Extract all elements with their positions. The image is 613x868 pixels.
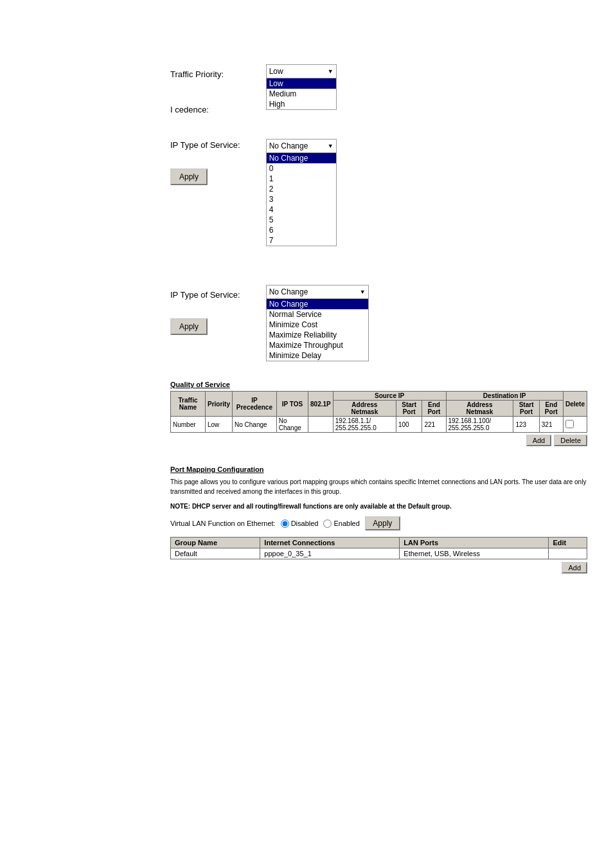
vlan-enabled-radio-group[interactable]: Enabled: [323, 520, 359, 528]
vlan-enabled-label: Enabled: [333, 520, 359, 527]
vlan-disabled-label: Disabled: [291, 520, 319, 527]
port-mapping-note: NOTE: DHCP server and all routing/firewa…: [170, 502, 587, 511]
apply-button-1[interactable]: Apply: [170, 168, 208, 185]
td-ip-tos: No Change: [276, 417, 308, 433]
ip-precedence-option-7[interactable]: 7: [267, 235, 336, 246]
traffic-priority-select[interactable]: Low ▼: [266, 64, 337, 78]
td-src-address: 192.168.1.1/ 255.255.255.0: [333, 417, 396, 433]
qos-section-title: Quality of Service: [170, 381, 587, 388]
vlan-disabled-radio[interactable]: [281, 520, 289, 528]
ip-tos-option-maxrel[interactable]: Maximize Reliability: [267, 330, 368, 340]
traffic-priority-arrow: ▼: [328, 68, 333, 75]
th-802-1p: 802.1P: [308, 392, 333, 417]
vlan-disabled-radio-group[interactable]: Disabled: [281, 520, 319, 528]
vlan-row: Virtual LAN Function on Ethernet: Disabl…: [170, 516, 587, 530]
ip-tos-label-2: IP Type of Service:: [170, 285, 240, 304]
ip-tos-option-normal[interactable]: Normal Service: [267, 309, 368, 320]
pm-add-btn[interactable]: Add: [562, 562, 587, 574]
td-ip-precedence: No Change: [233, 417, 277, 433]
th-dst-start-port: Start Port: [513, 401, 539, 417]
table-row: Number Low No Change No Change 192.168.1…: [171, 417, 587, 433]
ip-tos-option-mincost[interactable]: Minimize Cost: [267, 320, 368, 330]
ip-precedence-option-3[interactable]: 3: [267, 194, 336, 204]
port-mapping-title: Port Mapping Configuration: [170, 466, 587, 473]
th-traffic-name: Traffic Name: [171, 392, 206, 417]
ip-tos-option-maxthr[interactable]: Maximize Throughput: [267, 340, 368, 350]
ip-tos-select[interactable]: No Change ▼: [266, 285, 369, 299]
traffic-priority-option-medium[interactable]: Medium: [267, 89, 336, 99]
qos-delete-btn[interactable]: Delete: [554, 435, 587, 446]
td-src-start-port: 100: [396, 417, 422, 433]
ip-tos-option-nochange[interactable]: No Change: [267, 299, 368, 309]
th-delete: Delete: [563, 392, 587, 417]
ip-precedence-option-5[interactable]: 5: [267, 215, 336, 225]
th-dst-end-port: End Port: [539, 401, 563, 417]
apply-button-2[interactable]: Apply: [170, 318, 208, 335]
ip-precedence-option-nochange[interactable]: No Change: [267, 153, 336, 163]
ip-precedence-dropdown: No Change 0 1 2 3 4 5 6 7: [266, 153, 337, 246]
traffic-priority-option-high[interactable]: High: [267, 99, 336, 109]
th-priority: Priority: [205, 392, 232, 417]
traffic-priority-label: Traffic Priority:: [170, 64, 240, 84]
traffic-priority-dropdown: Low Medium High: [266, 78, 337, 110]
th-src-start-port: Start Port: [396, 401, 422, 417]
port-mapping-table: Group Name Internet Connections LAN Port…: [170, 537, 587, 559]
pm-th-internet: Internet Connections: [260, 538, 400, 548]
port-mapping-desc: This page allows you to configure variou…: [170, 477, 587, 496]
td-traffic-name: Number: [171, 417, 206, 433]
pm-td-lan: Ethernet, USB, Wireless: [400, 548, 549, 559]
qos-table: Traffic Name Priority IP Precedence IP T…: [170, 391, 587, 433]
vlan-enabled-radio[interactable]: [323, 520, 332, 528]
traffic-priority-option-low[interactable]: Low: [267, 78, 336, 89]
pm-th-edit: Edit: [549, 538, 587, 548]
ip-precedence-option-2[interactable]: 2: [267, 184, 336, 194]
pm-td-group-name: Default: [171, 548, 260, 559]
td-src-end-port: 221: [422, 417, 446, 433]
ip-tos-arrow: ▼: [360, 289, 366, 295]
pm-td-edit: [549, 548, 587, 559]
td-dst-start-port: 123: [513, 417, 539, 433]
th-dst-address: AddressNetmask: [446, 401, 513, 417]
ip-precedence-arrow: ▼: [328, 143, 333, 149]
pm-td-internet: pppoe_0_35_1: [260, 548, 400, 559]
th-ip-precedence: IP Precedence: [233, 392, 277, 417]
ip-precedence-option-4[interactable]: 4: [267, 204, 336, 215]
td-priority: Low: [205, 417, 232, 433]
th-ip-tos: IP TOS: [276, 392, 308, 417]
vlan-apply-btn[interactable]: Apply: [365, 516, 400, 530]
th-src-address: AddressNetmask: [333, 401, 396, 417]
td-8021p: [308, 417, 333, 433]
td-dst-address: 192.168.1.100/ 255.255.255.0: [446, 417, 513, 433]
ip-tos-option-mindelay[interactable]: Minimize Delay: [267, 350, 368, 361]
ip-precedence-option-6[interactable]: 6: [267, 225, 336, 235]
th-source-ip: Source IP: [333, 392, 446, 401]
vlan-label: Virtual LAN Function on Ethernet:: [170, 520, 276, 527]
ip-precedence-option-1[interactable]: 1: [267, 174, 336, 184]
ip-precedence-option-0[interactable]: 0: [267, 163, 336, 174]
pm-table-row: Default pppoe_0_35_1 Ethernet, USB, Wire…: [171, 548, 587, 559]
td-dst-end-port: 321: [539, 417, 563, 433]
ip-precedence-select[interactable]: No Change ▼: [266, 139, 337, 153]
qos-add-btn[interactable]: Add: [526, 435, 552, 446]
th-dest-ip: Destination IP: [446, 392, 563, 401]
pm-th-lan: LAN Ports: [400, 538, 549, 548]
th-src-end-port: End Port: [422, 401, 446, 417]
pm-th-group-name: Group Name: [171, 538, 260, 548]
ip-tos-dropdown: No Change Normal Service Minimize Cost M…: [266, 299, 369, 361]
td-delete-checkbox[interactable]: [563, 417, 587, 433]
ip-precedence-label: I cedence:: [170, 84, 240, 135]
ip-tos-label-1: IP Type of Service:: [170, 135, 240, 154]
